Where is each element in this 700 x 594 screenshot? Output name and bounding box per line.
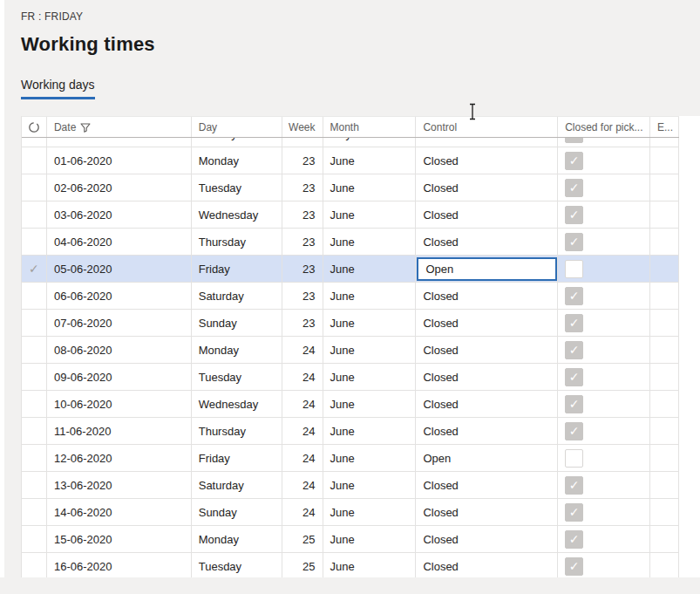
cell-day[interactable]: Monday [192,147,282,174]
cell-date[interactable]: 15-06-2020 [47,526,192,552]
cell-month[interactable]: June [323,391,417,417]
column-header-month[interactable]: Month [323,117,417,137]
column-header-date[interactable]: Date [47,117,192,137]
cell-week[interactable]: 24 [282,499,323,525]
cell-week[interactable]: 25 [282,526,323,552]
table-row[interactable]: ✓05-06-2020Friday23JuneOpen [22,256,679,283]
row-select-cell[interactable] [22,174,47,201]
cell-control[interactable]: Closed [416,472,558,498]
row-select-cell[interactable] [22,499,47,525]
closed-for-picking-checkbox[interactable] [565,233,583,251]
cell-control[interactable]: Closed [416,526,558,552]
cell-month[interactable]: June [323,499,417,525]
cell-month[interactable]: June [323,256,417,282]
cell-week[interactable]: 23 [282,174,323,201]
closed-for-picking-checkbox[interactable] [565,422,583,440]
cell-day[interactable]: Thursday [192,418,282,444]
table-row[interactable]: 14-06-2020Sunday24JuneClosed [22,499,679,526]
row-select-cell[interactable] [22,283,47,309]
table-row[interactable]: 31-05-2020Sunday22MayClosed [22,138,679,147]
cell-month[interactable]: June [323,337,417,363]
cell-date[interactable]: 06-06-2020 [47,283,192,309]
cell-month[interactable]: June [323,553,417,577]
closed-for-picking-checkbox[interactable] [565,206,583,224]
cell-date[interactable]: 01-06-2020 [47,147,192,174]
cell-date[interactable]: 08-06-2020 [47,337,192,363]
closed-for-picking-checkbox[interactable] [565,138,583,143]
column-header-control[interactable]: Control [416,117,558,137]
table-row[interactable]: 09-06-2020Tuesday24JuneClosed [22,364,679,391]
cell-closed-for-picking[interactable] [558,229,650,255]
cell-extra[interactable] [650,391,679,417]
column-header-week[interactable]: Week [282,117,323,137]
cell-control[interactable]: Closed [416,283,558,309]
row-select-cell[interactable] [22,391,47,417]
cell-day[interactable]: Tuesday [192,174,282,201]
cell-day[interactable]: Monday [192,526,282,552]
cell-closed-for-picking[interactable] [558,526,650,552]
cell-extra[interactable] [650,445,679,471]
cell-week[interactable]: 24 [282,391,323,417]
cell-week[interactable]: 23 [282,201,323,228]
row-select-cell[interactable] [22,201,47,228]
cell-day[interactable]: Wednesday [192,201,282,228]
cell-control[interactable]: Closed [416,337,558,363]
cell-control[interactable]: Closed [416,138,558,147]
table-row[interactable]: 10-06-2020Wednesday24JuneClosed [22,391,679,418]
column-header-day[interactable]: Day [192,117,282,137]
cell-control[interactable]: Closed [416,418,558,444]
cell-extra[interactable] [650,174,679,201]
row-select-cell[interactable] [22,310,47,336]
table-row[interactable]: 11-06-2020Thursday24JuneClosed [22,418,679,445]
cell-extra[interactable] [650,499,679,525]
closed-for-picking-checkbox[interactable] [565,449,583,468]
table-row[interactable]: 04-06-2020Thursday23JuneClosed [22,229,679,256]
cell-month[interactable]: June [323,174,417,201]
column-header-closed-for-picking[interactable]: Closed for pick... [558,117,650,137]
closed-for-picking-checkbox[interactable] [565,476,583,495]
row-select-cell[interactable] [22,138,47,147]
row-select-cell[interactable] [22,526,47,552]
cell-control[interactable]: Closed [416,229,558,255]
closed-for-picking-checkbox[interactable] [565,260,583,278]
cell-date[interactable]: 14-06-2020 [47,499,192,525]
row-select-cell[interactable] [22,472,47,498]
cell-closed-for-picking[interactable] [558,256,650,282]
column-header-extra[interactable]: E... [650,117,679,137]
cell-closed-for-picking[interactable] [558,418,650,444]
cell-month[interactable]: May [323,138,417,147]
cell-date[interactable]: 04-06-2020 [47,229,192,255]
cell-closed-for-picking[interactable] [558,174,650,201]
table-row[interactable]: 13-06-2020Saturday24JuneClosed [22,472,679,499]
cell-month[interactable]: June [323,526,417,552]
cell-closed-for-picking[interactable] [558,283,650,309]
cell-closed-for-picking[interactable] [558,337,650,363]
cell-closed-for-picking[interactable] [558,553,650,577]
table-row[interactable]: 03-06-2020Wednesday23JuneClosed [22,201,679,229]
cell-day[interactable]: Monday [192,337,282,363]
cell-day[interactable]: Tuesday [192,364,282,390]
cell-control[interactable]: Open [416,256,558,282]
cell-date[interactable]: 16-06-2020 [47,553,192,577]
cell-week[interactable]: 23 [282,229,323,255]
cell-week[interactable]: 22 [282,138,323,147]
row-select-cell[interactable] [22,147,47,174]
cell-extra[interactable] [650,201,679,228]
cell-week[interactable]: 23 [282,310,323,336]
cell-week[interactable]: 24 [282,472,323,498]
cell-extra[interactable] [650,418,679,444]
cell-extra[interactable] [650,229,679,255]
table-row[interactable]: 12-06-2020Friday24JuneOpen [22,445,679,472]
cell-month[interactable]: June [323,364,417,390]
cell-control[interactable]: Closed [416,364,558,390]
cell-date[interactable]: 09-06-2020 [47,364,192,390]
table-row[interactable]: 07-06-2020Sunday23JuneClosed [22,310,679,337]
cell-day[interactable]: Thursday [192,229,282,255]
cell-control[interactable]: Closed [416,391,558,417]
cell-closed-for-picking[interactable] [558,364,650,390]
cell-extra[interactable] [650,526,679,552]
cell-date[interactable]: 02-06-2020 [47,174,192,201]
cell-week[interactable]: 23 [282,147,323,174]
closed-for-picking-checkbox[interactable] [565,287,583,305]
cell-month[interactable]: June [323,229,417,255]
